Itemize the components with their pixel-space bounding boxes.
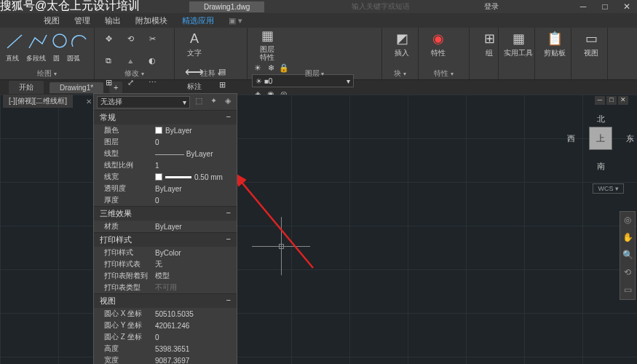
tool-arc[interactable]: 圆弧 (67, 54, 80, 63)
viewcube-top[interactable]: 上 (589, 127, 612, 150)
property-value[interactable]: 0 (155, 333, 237, 341)
property-row[interactable]: 材质ByLayer (94, 221, 237, 232)
property-value[interactable]: ———— ByLayer (155, 150, 237, 158)
tool-clipboard[interactable]: 📋剪贴板 (539, 29, 570, 60)
search-hint[interactable]: 输入关键字或短语 (352, 1, 410, 12)
property-row[interactable]: 图层0 (94, 136, 237, 148)
maximize-button[interactable]: □ (595, 0, 615, 13)
property-value[interactable]: 模型 (155, 271, 237, 281)
property-value[interactable]: ByLayer (155, 127, 237, 135)
panel-label[interactable]: 块 (394, 68, 405, 79)
modify-icon[interactable]: ⟲ (121, 29, 140, 48)
nav-wheel-icon[interactable]: ◎ (622, 215, 633, 226)
file-tab-drawing[interactable]: Drawing1* (50, 82, 103, 93)
modify-icon[interactable]: ⧉ (99, 51, 118, 70)
property-row[interactable]: 透明度ByLayer (94, 183, 237, 194)
layer-icon[interactable]: ❄ (265, 63, 277, 73)
tool-layer-props[interactable]: ▦图层 特性 (252, 29, 282, 60)
property-value[interactable]: 不可用 (155, 282, 237, 293)
modify-icon[interactable]: ⟁ (121, 51, 140, 70)
property-row[interactable]: 宽度9087.3697 (94, 355, 237, 364)
nav-pan-icon[interactable]: ✋ (622, 232, 633, 244)
login-link[interactable]: 登录 (484, 1, 499, 12)
nav-show-icon[interactable]: ▭ (622, 285, 633, 296)
modify-icon[interactable]: ⊞ (99, 73, 118, 92)
section-3d[interactable]: 三维效果− (94, 206, 237, 221)
minimize-button[interactable]: ─ (573, 0, 593, 13)
layer-icon[interactable]: ☀ (252, 63, 264, 73)
property-row[interactable]: 圆心 X 坐标50510.5035 (94, 308, 237, 320)
ribbon-tab[interactable]: 精选应用 (182, 15, 214, 26)
property-value[interactable]: ByLayer (155, 185, 237, 193)
vp-max-icon[interactable]: □ (606, 96, 617, 105)
section-view[interactable]: 视图− (94, 293, 237, 308)
quick-select-icon[interactable]: ⬚ (193, 96, 205, 108)
property-value[interactable]: 42061.246 (155, 322, 237, 330)
property-value[interactable]: 0 (155, 197, 237, 205)
tool-view[interactable]: ▭视图 (576, 29, 606, 60)
section-plot[interactable]: 打印样式− (94, 232, 237, 247)
panel-label[interactable]: 特性 (434, 68, 453, 79)
modify-icon[interactable]: ◐ (143, 51, 162, 70)
property-value[interactable]: 1 (155, 162, 237, 170)
property-row[interactable]: 线型比例1 (94, 159, 237, 171)
viewcube[interactable]: 北 南 东 西 上 (577, 115, 624, 162)
property-value[interactable]: ByColor (155, 249, 237, 257)
ribbon-tab[interactable]: 管理 (74, 15, 90, 26)
section-general[interactable]: 常规− (94, 110, 237, 124)
ribbon-tab[interactable]: 输出 (105, 15, 121, 26)
property-row[interactable]: 打印表附着到模型 (94, 270, 237, 282)
file-tab-start[interactable]: 开始 (9, 81, 44, 94)
panel-label[interactable]: 图层 (305, 68, 324, 79)
property-value[interactable]: ByLayer (155, 223, 237, 231)
property-row[interactable]: 打印样式表无 (94, 258, 237, 270)
property-value[interactable]: 0.50 mm (155, 173, 237, 181)
property-row[interactable]: 圆心 Y 坐标42061.246 (94, 320, 237, 331)
viewcube-west[interactable]: 西 (567, 133, 575, 144)
viewcube-north[interactable]: 北 (597, 114, 605, 124)
panel-label[interactable]: 修改 (124, 68, 143, 79)
vp-close-icon[interactable]: ✕ (618, 96, 628, 105)
selection-dropdown[interactable]: 无选择▾ (97, 96, 190, 108)
tool-util[interactable]: ▦实用工具 (503, 29, 534, 60)
viewcube-east[interactable]: 东 (626, 133, 634, 144)
modify-icon[interactable]: ⋯ (143, 73, 162, 92)
qp-icon[interactable]: ◈ (222, 96, 234, 108)
property-value[interactable]: 9087.3697 (155, 357, 237, 365)
property-value[interactable]: 0 (155, 138, 237, 146)
modify-icon[interactable]: ✥ (99, 29, 118, 48)
property-row[interactable]: 线型———— ByLayer (94, 148, 237, 159)
modify-icon[interactable]: ✂ (143, 29, 162, 48)
tool-properties[interactable]: ◉特性 (423, 29, 454, 60)
ribbon-tab-more[interactable]: ▣ ▾ (229, 16, 242, 25)
pim-icon[interactable]: ✦ (207, 96, 219, 108)
property-value[interactable]: 50510.5035 (155, 310, 237, 318)
panel-label[interactable]: 注释 (201, 68, 220, 79)
property-value[interactable]: 5398.3651 (155, 345, 237, 353)
viewport-close-icon[interactable]: ✕ (86, 98, 92, 106)
ribbon-tab[interactable]: 附加模块 (135, 15, 167, 26)
wcs-label[interactable]: WCS ▾ (593, 183, 624, 194)
property-row[interactable]: 圆心 Z 坐标0 (94, 331, 237, 343)
property-row[interactable]: 厚度0 (94, 194, 237, 206)
property-row[interactable]: 颜色ByLayer (94, 124, 237, 136)
tool-text[interactable]: A文字 (179, 29, 210, 60)
viewport-label[interactable]: [-][俯视][二维线框] (3, 95, 73, 108)
tool-insert[interactable]: ◩插入 (387, 29, 417, 60)
nav-zoom-icon[interactable]: 🔍 (622, 250, 633, 261)
tool-line[interactable]: 直线 (6, 54, 19, 63)
nav-orbit-icon[interactable]: ⟲ (622, 267, 633, 279)
layer-icon[interactable]: 🔒 (278, 63, 290, 73)
panel-label[interactable]: 绘图 (37, 68, 56, 79)
property-value[interactable]: 无 (155, 259, 237, 269)
property-row[interactable]: 线宽0.50 mm (94, 171, 237, 183)
property-row[interactable]: 打印样式ByColor (94, 247, 237, 258)
anno-icon[interactable]: ⊞ (213, 79, 232, 90)
viewcube-south[interactable]: 南 (597, 161, 605, 172)
layer-dropdown[interactable]: ☀ ■ 0▾ (252, 74, 354, 87)
close-button[interactable]: ✕ (617, 0, 637, 13)
vp-min-icon[interactable]: ─ (595, 96, 605, 105)
property-row[interactable]: 打印表类型不可用 (94, 282, 237, 293)
tool-circle[interactable]: 圆 (53, 54, 60, 63)
tool-polyline[interactable]: 多段线 (26, 54, 46, 63)
